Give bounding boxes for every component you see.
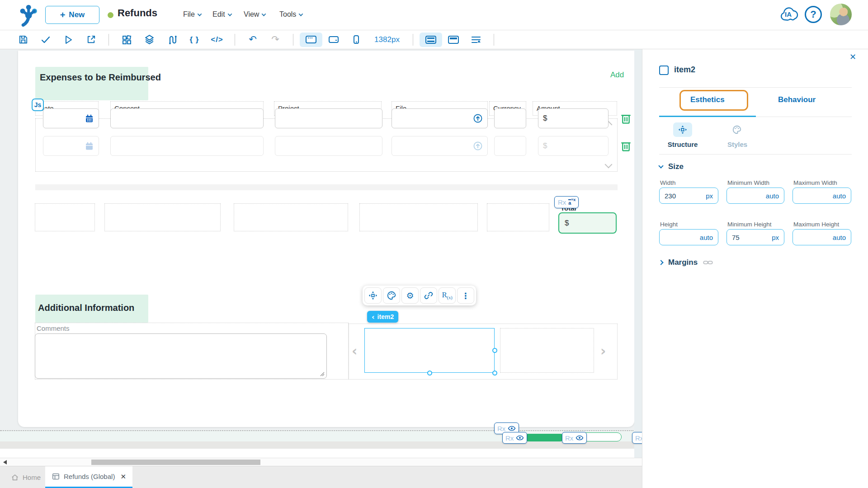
date-input-row1[interactable] [43, 108, 99, 128]
carousel-item2-selected[interactable] [364, 328, 495, 373]
total-formula-badge[interactable]: Rx a=x [554, 196, 579, 208]
margins-section-header[interactable]: Margins [659, 258, 713, 267]
currency-input-row1[interactable] [494, 108, 526, 128]
export-button[interactable] [80, 33, 102, 47]
date-input-row2[interactable] [43, 136, 99, 156]
add-row-link[interactable]: Add [610, 70, 624, 80]
visibility-formula-badge-clipped[interactable]: Rx [632, 432, 642, 444]
menu-view[interactable]: View [244, 10, 265, 19]
tab-home[interactable]: Home [5, 466, 47, 488]
source-code-button[interactable]: </> [206, 33, 228, 47]
footer-cell[interactable] [104, 203, 221, 231]
new-button[interactable]: + New [45, 6, 99, 24]
scroll-left-arrow[interactable] [3, 460, 7, 465]
scrollbar-thumb[interactable] [91, 460, 260, 465]
project-input-row2[interactable] [275, 136, 382, 156]
device-phone-button[interactable] [345, 33, 368, 47]
canvas-width-value[interactable]: 1382px [368, 35, 406, 44]
visibility-formula-badge[interactable]: Rx [502, 432, 527, 444]
tab-behaviour[interactable]: Behaviour [778, 95, 816, 104]
layout-header-footer-button[interactable] [420, 33, 442, 47]
footer-cell[interactable] [35, 203, 95, 231]
max-height-field[interactable]: auto [793, 229, 851, 245]
menu-file[interactable]: File [183, 10, 201, 19]
calendar-icon[interactable] [85, 114, 94, 123]
layout-rows-button[interactable] [465, 33, 487, 47]
panel-close-button[interactable]: ✕ [849, 52, 856, 61]
section2-title[interactable]: Additional Information [38, 303, 134, 313]
upload-icon[interactable] [473, 113, 483, 123]
resize-handle-right[interactable] [492, 348, 497, 353]
connections-button[interactable] [160, 33, 183, 47]
tab-esthetics[interactable]: Esthetics [690, 95, 725, 104]
size-section-header[interactable]: Size [659, 162, 684, 171]
layout-header-only-button[interactable] [442, 33, 465, 47]
file-input-row1[interactable] [392, 108, 488, 128]
layers-button[interactable] [138, 33, 160, 47]
footer-cell[interactable] [487, 203, 549, 231]
device-tablet-button[interactable] [322, 33, 345, 47]
delete-row1-button[interactable] [621, 113, 631, 125]
canvas-horizontal-scrollbar[interactable] [0, 458, 642, 466]
undo-button[interactable]: ↶ [241, 33, 264, 47]
form-canvas[interactable]: Expenses to be Reimbursed Add Date Conce… [18, 51, 634, 427]
run-button[interactable] [57, 33, 80, 47]
redo-button[interactable]: ↷ [264, 33, 287, 47]
user-avatar[interactable] [830, 4, 852, 25]
canvas-vertical-scrollbar[interactable] [634, 49, 642, 458]
link-tool-button[interactable] [420, 287, 437, 304]
validate-button[interactable] [34, 33, 57, 47]
visibility-formula-badge[interactable]: Rx [562, 432, 587, 444]
delete-row2-button[interactable] [621, 141, 631, 152]
width-unit[interactable]: px [706, 192, 713, 200]
max-width-field[interactable]: auto [793, 188, 851, 204]
carousel-next-button[interactable]: › [600, 344, 606, 358]
more-options-button[interactable]: ⋮ [457, 287, 474, 304]
app-logo[interactable] [17, 4, 39, 27]
device-desktop-button[interactable] [300, 33, 322, 47]
comments-textarea[interactable] [35, 333, 327, 379]
carousel-prev-button[interactable]: ‹ [352, 344, 357, 358]
reactive-expression-button[interactable]: R(x) [439, 287, 456, 304]
concept-input-row2[interactable] [110, 136, 264, 156]
amount-input-row2[interactable]: $ [538, 136, 609, 156]
max-width-unit[interactable]: auto [833, 192, 846, 200]
components-button[interactable] [115, 33, 138, 47]
clipped-primary-button[interactable] [524, 434, 564, 441]
subtab-structure-button[interactable] [673, 122, 692, 137]
menu-edit[interactable]: Edit [212, 10, 231, 19]
ai-assistant-button[interactable]: IA [778, 5, 800, 24]
total-amount-field[interactable]: $ [558, 212, 617, 234]
tab-close-icon[interactable]: ✕ [120, 473, 126, 481]
min-height-unit[interactable]: px [772, 234, 779, 241]
element-checkbox[interactable] [659, 66, 669, 75]
project-input-row1[interactable] [275, 108, 382, 128]
height-field[interactable]: auto [659, 229, 718, 245]
footer-cell[interactable] [234, 203, 348, 231]
height-unit[interactable]: auto [700, 234, 713, 241]
resize-handle-bottom[interactable] [427, 371, 432, 375]
max-height-unit[interactable]: auto [833, 234, 846, 241]
help-button[interactable]: ? [805, 6, 822, 23]
width-field[interactable]: 230 px [659, 188, 718, 204]
settings-tool-button[interactable]: ⚙ [401, 287, 419, 304]
menu-tools[interactable]: Tools [279, 10, 302, 19]
resize-handle-corner[interactable] [492, 371, 497, 375]
file-input-row2[interactable] [392, 136, 488, 156]
subtab-styles-button[interactable] [727, 122, 746, 137]
selected-element-chip[interactable]: ‹ item2 [367, 311, 398, 323]
resize-handle-icon[interactable] [320, 372, 325, 376]
min-width-unit[interactable]: auto [766, 192, 779, 200]
structure-tool-button[interactable] [364, 287, 382, 304]
styles-tool-button[interactable] [383, 287, 400, 304]
subtab-structure-label[interactable]: Structure [662, 141, 703, 148]
section1-title[interactable]: Expenses to be Reimbursed [40, 72, 161, 83]
subtab-styles-label[interactable]: Styles [719, 141, 755, 148]
footer-cell[interactable] [359, 203, 478, 231]
js-code-badge[interactable]: Js [32, 99, 44, 111]
save-button[interactable] [12, 33, 34, 47]
concept-input-row1[interactable] [110, 108, 264, 128]
amount-input-row1[interactable]: $ [538, 108, 609, 128]
variables-button[interactable]: { } [183, 33, 206, 47]
currency-input-row2[interactable] [494, 136, 526, 156]
